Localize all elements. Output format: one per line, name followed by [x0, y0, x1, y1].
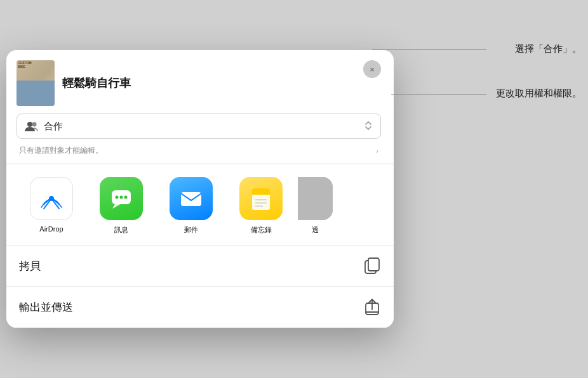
svg-point-5: [116, 196, 119, 199]
export-icon: [363, 298, 381, 316]
thumbnail-image: [17, 81, 55, 106]
messages-icon: [100, 177, 143, 220]
actions-section: 拷貝 輸出並傳送: [6, 245, 394, 328]
svg-rect-8: [181, 192, 201, 206]
messages-label: 訊息: [114, 225, 128, 235]
svg-point-7: [124, 196, 128, 199]
document-title: 輕鬆騎自行車: [62, 75, 381, 91]
annotation-2-text: 更改取用權和權限。: [496, 88, 582, 100]
action-row-copy[interactable]: 拷貝: [6, 245, 394, 287]
airdrop-icon: [30, 177, 73, 220]
app-item-partial[interactable]: 透: [296, 177, 334, 235]
app-item-messages[interactable]: 訊息: [86, 177, 156, 235]
svg-marker-4: [112, 204, 120, 209]
airdrop-label: AirDrop: [39, 225, 63, 233]
chevron-updown-icon: [364, 120, 373, 133]
collaborate-dropdown[interactable]: 合作: [17, 114, 381, 139]
app-item-notes[interactable]: 備忘錄: [226, 177, 296, 235]
annotation-1: 選擇「合作」。: [515, 43, 582, 55]
partial-label: 透: [312, 225, 319, 235]
header-top: CUSTOMBIKE 輕鬆騎自行車 ×: [17, 60, 381, 106]
export-label: 輸出並傳送: [19, 300, 73, 315]
copy-icon: [363, 257, 381, 275]
app-item-airdrop[interactable]: AirDrop: [17, 177, 86, 233]
permission-row[interactable]: 只有邀請對象才能編輯。 ›: [17, 145, 381, 164]
action-row-export[interactable]: 輸出並傳送: [6, 287, 394, 328]
notes-label: 備忘錄: [251, 225, 272, 235]
people-icon: [25, 119, 39, 133]
svg-point-6: [120, 196, 123, 199]
mail-label: 郵件: [184, 225, 198, 235]
permission-chevron-icon: ›: [376, 147, 378, 155]
panel-header: CUSTOMBIKE 輕鬆騎自行車 ×: [6, 50, 394, 164]
close-button[interactable]: ×: [363, 60, 381, 78]
annotations-area: 選擇「合作」。 更改取用權和權限。: [404, 0, 588, 378]
collaborate-label: 合作: [44, 121, 364, 133]
svg-rect-15: [298, 177, 333, 220]
screenshot-container: CUSTOMBIKE 輕鬆騎自行車 ×: [0, 0, 588, 378]
annotation-1-text: 選擇「合作」。: [515, 43, 582, 55]
thumbnail-text: CUSTOMBIKE: [18, 62, 32, 68]
document-thumbnail: CUSTOMBIKE: [17, 60, 55, 106]
share-panel: CUSTOMBIKE 輕鬆騎自行車 ×: [6, 50, 394, 328]
svg-point-0: [27, 122, 32, 127]
apps-row: AirDrop 訊息: [6, 164, 394, 245]
annotation-2: 更改取用權和權限。: [496, 88, 582, 100]
svg-point-1: [32, 122, 37, 127]
notes-icon: [239, 177, 283, 220]
partial-icon: [298, 177, 333, 220]
app-item-mail[interactable]: 郵件: [156, 177, 226, 235]
svg-rect-17: [368, 258, 379, 271]
svg-rect-11: [252, 193, 270, 195]
copy-label: 拷貝: [19, 259, 41, 273]
mail-icon: [170, 177, 213, 220]
permission-text: 只有邀請對象才能編輯。: [19, 145, 376, 156]
